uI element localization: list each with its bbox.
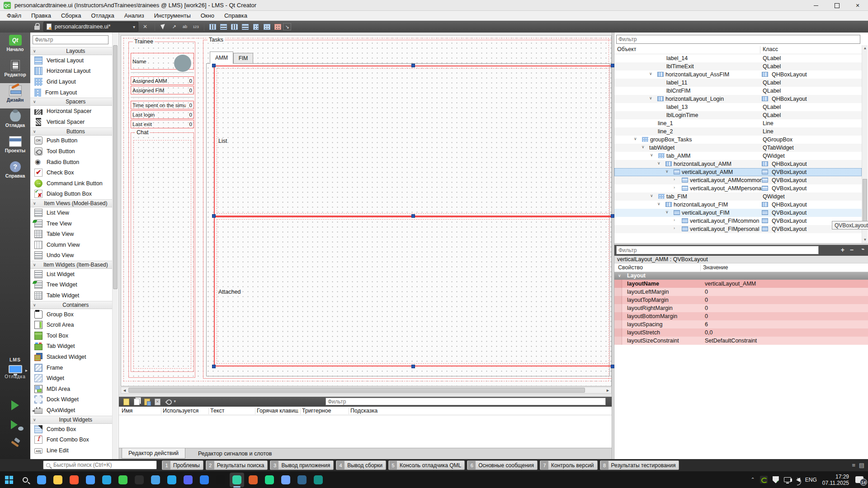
- splitter-horizontal-icon[interactable]: [229, 22, 240, 32]
- widget-item-vertical-spacer[interactable]: Vertical Spacer: [30, 117, 113, 127]
- tab-fim[interactable]: FIM: [233, 53, 253, 64]
- taskbar-paper-plane-icon[interactable]: [165, 473, 179, 487]
- chevron-expanded-icon[interactable]: ∨: [649, 96, 652, 100]
- resize-handle[interactable]: [212, 365, 216, 368]
- tree-row-horizontalLayout_AMM[interactable]: ∨horizontalLayout_AMMQHBoxLayout: [614, 160, 862, 168]
- configure-actions-icon[interactable]: [165, 398, 172, 405]
- tree-row-line_1[interactable]: line_1Line: [614, 119, 862, 127]
- tree-row-horizontalLayout_Login[interactable]: ∨horizontalLayout_LoginQHBoxLayout: [614, 95, 862, 103]
- menu-Отладка[interactable]: Отладка: [86, 11, 119, 21]
- property-row-layoutStretch[interactable]: layoutStretch0,0: [614, 328, 868, 337]
- property-filter-input[interactable]: [616, 246, 819, 254]
- object-inspector-filter-input[interactable]: [616, 35, 860, 44]
- chevron-expanded-icon[interactable]: ∨: [665, 169, 669, 174]
- tree-row-label_13[interactable]: label_13QLabel: [614, 103, 862, 111]
- tree-row-line_2[interactable]: line_2Line: [614, 127, 862, 136]
- widget-box-scrollbar[interactable]: [112, 33, 118, 459]
- category-Containers[interactable]: ∨Containers: [30, 301, 113, 309]
- quick-search[interactable]: [43, 460, 157, 469]
- last-exit-row[interactable]: Last exit 0: [131, 120, 194, 128]
- taskbar-widgets-icon[interactable]: [34, 473, 49, 487]
- remove-property-icon[interactable]: −: [850, 246, 854, 253]
- column-class[interactable]: Класс: [763, 46, 778, 52]
- widget-item-undo-view[interactable]: Undo View: [30, 250, 113, 261]
- tree-row-verticalLayout_FIM[interactable]: ∨verticalLayout_FIMQVBoxLayout: [614, 209, 862, 217]
- property-value[interactable]: 0: [705, 297, 708, 303]
- kit-expand-arrow-icon[interactable]: ▸: [25, 368, 28, 373]
- property-value[interactable]: 0: [705, 289, 708, 295]
- widget-item-tree-widget[interactable]: Tree Widget: [30, 280, 113, 291]
- tree-row-verticalLayout_FIMcommon[interactable]: ›verticalLayout_FIMcommonQVBoxLayout: [614, 217, 862, 225]
- category-Item Widgets (Item-Based)[interactable]: ∨Item Widgets (Item-Based): [30, 261, 113, 269]
- selected-layout-attached[interactable]: Attached: [214, 216, 613, 366]
- output-pane-4[interactable]: 4Вывод сборки: [336, 460, 386, 470]
- menu-Сборка[interactable]: Сборка: [56, 11, 86, 21]
- property-value[interactable]: 0: [705, 305, 708, 311]
- tray-expand-icon[interactable]: ⌃: [751, 477, 755, 483]
- taskbar-telegram-icon[interactable]: [99, 473, 114, 487]
- assigned-amm-row[interactable]: Assigned AMM 0: [131, 76, 194, 85]
- widget-item-tree-view[interactable]: Tree View: [30, 218, 113, 229]
- chevron-down-icon[interactable]: ▾: [133, 24, 135, 29]
- taskbar-httpie-icon[interactable]: [278, 473, 293, 487]
- name-row[interactable]: Name: [131, 53, 194, 70]
- tree-row-verticalLayout_AMM[interactable]: ∨verticalLayout_AMMQVBoxLayout: [614, 168, 862, 176]
- output-pane-6[interactable]: 6Основные сообщения: [467, 460, 538, 470]
- property-value[interactable]: 6: [705, 321, 708, 328]
- scroll-left-icon[interactable]: ◄: [121, 387, 128, 393]
- tab-signals-slots-editor[interactable]: Редактор сигналов и слотов: [192, 448, 278, 459]
- property-group-layout[interactable]: ∨ Layout: [614, 272, 868, 280]
- object-tree-scrollbar[interactable]: ▲ ▼: [862, 45, 868, 243]
- taskbar-pgadmin-icon[interactable]: [295, 473, 309, 487]
- language-indicator[interactable]: ENG: [805, 477, 817, 483]
- taskbar-qt-app-icon[interactable]: [116, 473, 130, 487]
- action-table-body[interactable]: [119, 415, 612, 448]
- widget-item-tab-widget[interactable]: Tab Widget: [30, 341, 113, 352]
- delete-action-icon[interactable]: [155, 399, 160, 405]
- mode-editor[interactable]: Редактор: [0, 58, 30, 83]
- minimize-button[interactable]: [806, 0, 826, 11]
- output-pane-5[interactable]: 5Консоль отладчика QML: [388, 460, 465, 470]
- property-value[interactable]: verticalLayout_AMM: [705, 281, 756, 287]
- nvidia-icon[interactable]: [760, 476, 768, 483]
- widget-item-font-combo-box[interactable]: Font Combo Box: [30, 434, 113, 445]
- resize-handle[interactable]: [611, 64, 614, 67]
- property-row-layoutBottomMargin[interactable]: layoutBottomMargin0: [614, 312, 868, 320]
- tree-row-verticalLayout_FIMpersonal[interactable]: ›verticalLayout_FIMpersonalQVBoxLayout: [614, 225, 862, 233]
- action-column-3[interactable]: Горячая клавиш: [257, 407, 298, 415]
- lock-icon[interactable]: [34, 26, 40, 30]
- output-panes-menu-icon[interactable]: ≡ ▤: [852, 462, 865, 469]
- widget-item-widget[interactable]: Widget: [30, 373, 113, 384]
- widget-item-qaxwidget[interactable]: QAxWidget: [30, 405, 113, 416]
- assigned-fim-row[interactable]: Assigned FIM 0: [131, 86, 194, 94]
- copy-action-icon[interactable]: [134, 399, 140, 405]
- chevron-expanded-icon[interactable]: ∨: [649, 71, 652, 76]
- taskbar-x-app-icon[interactable]: [213, 473, 228, 487]
- edit-tab-order-icon[interactable]: 123: [190, 22, 201, 32]
- property-row-layoutSizeConstraint[interactable]: layoutSizeConstraintSetDefaultConstraint: [614, 337, 868, 345]
- last-login-row[interactable]: Last login 0: [131, 110, 194, 119]
- widget-item-list-widget[interactable]: List Widget: [30, 269, 113, 280]
- debug-button[interactable]: [11, 420, 20, 429]
- scroll-right-icon[interactable]: ►: [604, 387, 611, 393]
- action-filter-input[interactable]: [326, 398, 606, 405]
- chevron-expanded-icon[interactable]: ∨: [642, 145, 645, 149]
- action-column-2[interactable]: Текст: [210, 407, 253, 415]
- category-Spacers[interactable]: ∨Spacers: [30, 98, 113, 106]
- widget-item-stacked-widget[interactable]: Stacked Widget: [30, 352, 113, 362]
- action-column-1[interactable]: Используется: [163, 407, 207, 415]
- category-Buttons[interactable]: ∨Buttons: [30, 127, 113, 136]
- taskbar-vscode-blue-icon[interactable]: [148, 473, 163, 487]
- column-value[interactable]: Значение: [703, 264, 728, 271]
- tab-amm[interactable]: AMM: [210, 52, 233, 64]
- tree-row-tab_AMM[interactable]: ∨tab_AMMQWidget: [614, 152, 862, 160]
- selected-layout-list[interactable]: List: [214, 66, 613, 216]
- widget-item-tool-button[interactable]: Tool Button: [30, 146, 113, 157]
- run-button[interactable]: [11, 400, 19, 410]
- resize-handle[interactable]: [411, 64, 415, 67]
- widget-item-column-view[interactable]: Column View: [30, 239, 113, 250]
- taskbar-clion-icon[interactable]: [262, 473, 277, 487]
- notification-icon[interactable]: 14: [855, 476, 863, 483]
- resize-handle[interactable]: [411, 365, 415, 368]
- resize-handle[interactable]: [212, 214, 216, 218]
